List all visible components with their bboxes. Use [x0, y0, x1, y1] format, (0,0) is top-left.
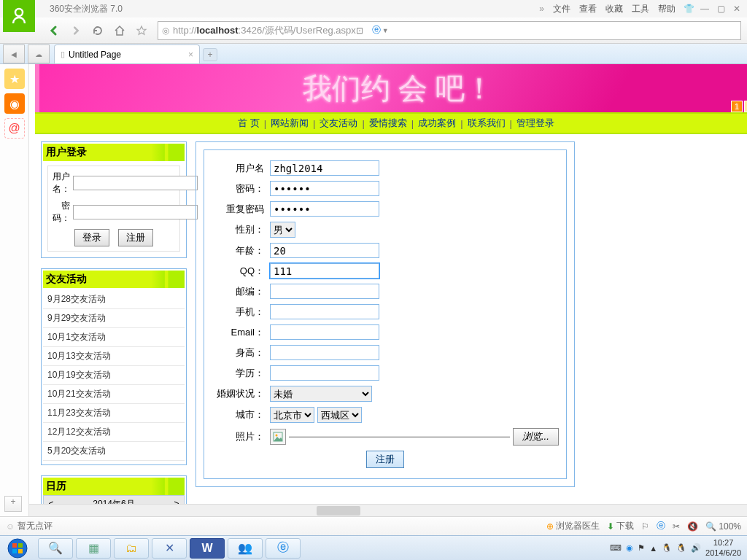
- submit-button[interactable]: 注册: [366, 451, 404, 468]
- taskbar-word[interactable]: W: [190, 538, 225, 559]
- input-qq[interactable]: [270, 263, 379, 279]
- upload-bar: [289, 436, 510, 438]
- banner-page-1[interactable]: 1: [731, 101, 743, 112]
- taskbar-explorer[interactable]: 🗂: [114, 538, 149, 559]
- activity-item[interactable]: 10月13交友活动: [43, 347, 185, 366]
- nav-search[interactable]: 爱情搜索: [369, 117, 407, 130]
- close-icon[interactable]: ✕: [729, 2, 744, 15]
- nav-news[interactable]: 网站新闻: [271, 117, 309, 130]
- svg-point-0: [15, 9, 23, 16]
- select-city-2[interactable]: 西城区: [317, 407, 362, 423]
- dropdown-icon[interactable]: ▼: [382, 27, 389, 34]
- status-zoom[interactable]: 🔍100%: [705, 521, 741, 532]
- tab-back-icon[interactable]: ◀: [3, 44, 25, 63]
- login-username-input[interactable]: [73, 176, 198, 190]
- tray-keyboard-icon[interactable]: ⌨: [610, 543, 622, 553]
- taskbar-app-1[interactable]: ▦: [76, 538, 111, 559]
- login-register-button[interactable]: 注册: [118, 229, 153, 246]
- select-city-1[interactable]: 北京市: [270, 407, 314, 423]
- back-button[interactable]: [44, 20, 64, 41]
- menu-help[interactable]: 帮助: [658, 3, 676, 15]
- taskbar-app-3[interactable]: 👥: [228, 538, 263, 559]
- menu-file[interactable]: 文件: [553, 3, 570, 15]
- select-marital[interactable]: 未婚: [270, 386, 372, 402]
- status-download[interactable]: ⬇下载: [607, 520, 634, 532]
- browse-button[interactable]: 浏览...: [513, 428, 559, 446]
- login-user-label: 用户名：: [53, 171, 70, 195]
- banner-page-2[interactable]: 2: [744, 101, 747, 112]
- input-confirm[interactable]: [270, 201, 379, 217]
- status-doctor[interactable]: ⊕浏览器医生: [546, 520, 600, 532]
- nav-home[interactable]: 首 页: [238, 117, 260, 130]
- input-email[interactable]: [270, 324, 379, 340]
- rail-at-icon[interactable]: @: [4, 118, 25, 139]
- lbl-gender: 性别：: [212, 223, 264, 236]
- clock[interactable]: 10:27 2014/6/20: [705, 538, 741, 557]
- status-scissor-icon[interactable]: ✂: [673, 521, 680, 532]
- select-gender[interactable]: 男: [270, 222, 295, 238]
- input-edu[interactable]: [270, 365, 379, 381]
- tab-close-icon[interactable]: ×: [188, 50, 193, 60]
- activity-item[interactable]: 9月28交友活动: [43, 290, 185, 309]
- input-zip[interactable]: [270, 284, 379, 299]
- activity-item[interactable]: 10月21交友活动: [43, 385, 185, 404]
- menu-more-icon[interactable]: »: [539, 4, 544, 14]
- banner: 我们约 会 吧！ 1 2: [35, 64, 747, 112]
- skin-icon[interactable]: 👕: [681, 2, 696, 15]
- url-text: http://localhost:3426/源代码/UserReg.aspx: [173, 24, 356, 37]
- maximize-icon[interactable]: ▢: [713, 2, 728, 15]
- input-username[interactable]: [270, 160, 379, 176]
- login-button[interactable]: 登录: [74, 229, 109, 246]
- nav-cases[interactable]: 成功案例: [418, 117, 456, 130]
- nav-admin[interactable]: 管理登录: [516, 117, 554, 130]
- tab-active[interactable]: ▯ Untitled Page ×: [54, 44, 200, 63]
- tray-flag-icon[interactable]: ⚑: [638, 543, 645, 553]
- minimize-icon[interactable]: —: [697, 2, 712, 15]
- tray-shield-icon[interactable]: ◉: [626, 543, 633, 553]
- rail-weibo-icon[interactable]: ◉: [4, 93, 25, 114]
- new-tab-button[interactable]: +: [203, 48, 217, 61]
- login-password-input[interactable]: [73, 205, 198, 219]
- svg-rect-7: [18, 549, 23, 553]
- ie-mode-icon[interactable]: ⓔ: [372, 24, 381, 36]
- tray-sound-icon[interactable]: 🔊: [691, 543, 701, 553]
- activity-item[interactable]: 9月29交友活动: [43, 309, 185, 328]
- lbl-age: 年龄：: [212, 244, 264, 257]
- status-flag-icon[interactable]: ⚐: [641, 521, 649, 532]
- star-button[interactable]: [131, 20, 152, 41]
- tab-cloud-icon[interactable]: ☁: [28, 44, 50, 63]
- activity-item[interactable]: 12月12交友活动: [43, 423, 185, 442]
- tray-qq-2-icon[interactable]: 🐧: [676, 543, 686, 553]
- taskbar-app-2[interactable]: ✕: [152, 538, 187, 559]
- input-age[interactable]: [270, 243, 379, 258]
- activity-item[interactable]: 11月23交友活动: [43, 404, 185, 423]
- lbl-height: 身高：: [212, 346, 264, 359]
- tray-qq-1-icon[interactable]: 🐧: [662, 543, 672, 553]
- menu-favorites[interactable]: 收藏: [605, 3, 623, 15]
- activity-item[interactable]: 10月1交友活动: [43, 328, 185, 347]
- input-height[interactable]: [270, 345, 379, 360]
- start-button[interactable]: [0, 536, 35, 561]
- lbl-username: 用户名: [212, 162, 264, 175]
- horizontal-scrollbar[interactable]: [29, 504, 747, 516]
- address-bar[interactable]: ◎ http://localhost:3426/源代码/UserReg.aspx…: [158, 21, 741, 40]
- menu-view[interactable]: 查看: [579, 3, 597, 15]
- status-ie-icon[interactable]: ⓔ: [657, 520, 665, 532]
- nav-contact[interactable]: 联系我们: [468, 117, 506, 130]
- nav-activities[interactable]: 交友活动: [320, 117, 357, 130]
- status-sound-icon[interactable]: 🔇: [687, 521, 698, 532]
- rail-star-icon[interactable]: ★: [4, 69, 25, 89]
- home-button[interactable]: [109, 20, 130, 41]
- rail-add-icon[interactable]: +: [4, 496, 22, 512]
- taskbar-ie[interactable]: ⓔ: [266, 538, 301, 559]
- activity-item[interactable]: 10月19交友活动: [43, 366, 185, 385]
- forward-button[interactable]: [66, 20, 86, 41]
- tray-chevron-icon[interactable]: ▲: [649, 544, 657, 553]
- activity-item[interactable]: 5月20交友活动: [43, 442, 185, 461]
- input-password[interactable]: [270, 181, 379, 196]
- translate-icon[interactable]: ⊡: [356, 26, 363, 36]
- refresh-button[interactable]: [88, 20, 108, 41]
- input-phone[interactable]: [270, 304, 379, 319]
- taskbar-search[interactable]: 🔍: [38, 538, 73, 559]
- menu-tools[interactable]: 工具: [632, 3, 649, 15]
